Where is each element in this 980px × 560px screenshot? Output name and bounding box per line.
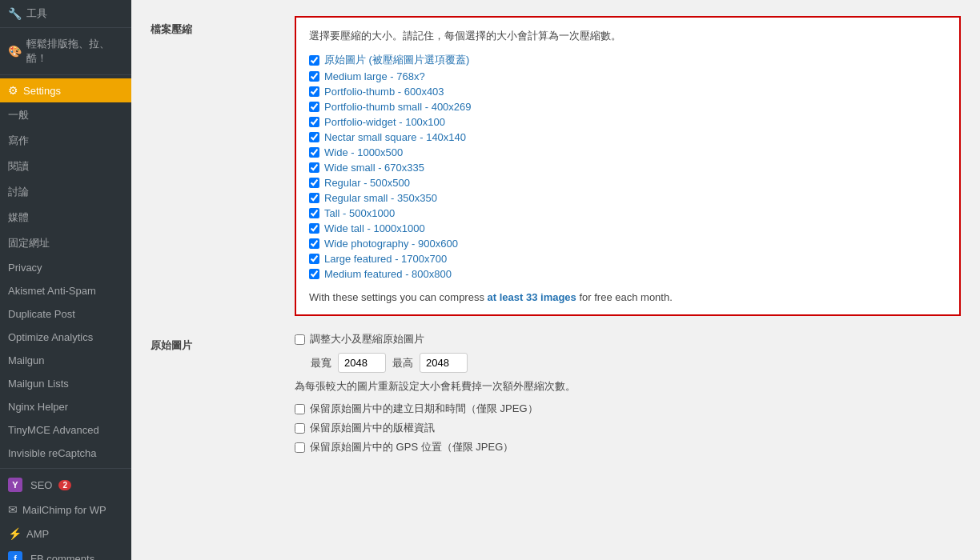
seo-badge: 2 (58, 480, 71, 490)
sidebar-item-recaptcha[interactable]: Invisible reCaptcha (0, 442, 131, 465)
checkbox-wide-photography-link[interactable]: Wide photography - 900x600 (324, 238, 458, 250)
compression-intro: 選擇要壓縮的大小。請記住，每個選擇的大小會計算為一次壓縮數。 (309, 29, 946, 43)
checkbox-portfolio-thumb-small: Portfolio-thumb small - 400x269 (309, 99, 946, 114)
nginx-helper-label: Nginx Helper (8, 401, 68, 413)
dimension-row: 最寬 最高 (295, 353, 961, 373)
sidebar-divider-bottom (0, 468, 131, 469)
checkbox-regular-small-link[interactable]: Regular small - 350x350 (324, 192, 437, 204)
sidebar-item-general[interactable]: 一般 (0, 102, 131, 128)
file-compression-label: 檔案壓縮 (151, 16, 295, 332)
checkbox-regular-link[interactable]: Regular - 500x500 (324, 177, 410, 189)
original-image-row: 原始圖片 調整大小及壓縮原始圖片 最寬 最高 (151, 332, 961, 474)
seo-label: SEO (30, 479, 52, 491)
sidebar-item-optimize-analytics[interactable]: Optimize Analytics (0, 326, 131, 349)
sidebar-item-seo[interactable]: Y SEO 2 (0, 472, 131, 498)
sidebar-item-permalink[interactable]: 固定網址 (0, 230, 131, 256)
sidebar-item-duplicate-post[interactable]: Duplicate Post (0, 302, 131, 326)
sidebar-tools-label: 工具 (26, 6, 47, 21)
option3-label: 保留原始圖片中的 GPS 位置（僅限 JPEG） (310, 440, 513, 454)
sidebar-item-privacy[interactable]: Privacy (0, 256, 131, 279)
checkbox-portfolio-thumb-input[interactable] (309, 86, 319, 97)
checkbox-nectar-small-square-link[interactable]: Nectar small square - 140x140 (324, 131, 466, 143)
sidebar-item-amp[interactable]: ⚡ AMP (0, 522, 131, 546)
option2-checkbox[interactable] (295, 423, 305, 434)
mailchimp-icon: ✉ (8, 503, 18, 516)
checkbox-portfolio-thumb: Portfolio-thumb - 600x403 (309, 84, 946, 99)
checkbox-portfolio-widget-link[interactable]: Portfolio-widget - 100x100 (324, 116, 445, 128)
checkbox-medium-featured-input[interactable] (309, 269, 319, 279)
checkbox-wide-link[interactable]: Wide - 1000x500 (324, 146, 403, 158)
settings-table: 檔案壓縮 選擇要壓縮的大小。請記住，每個選擇的大小會計算為一次壓縮數。 原始圖片… (151, 16, 961, 474)
original-image-label: 原始圖片 (151, 332, 295, 474)
checkbox-medium-large-link[interactable]: Medium large - 768x? (324, 70, 425, 82)
sidebar-item-nginx-helper[interactable]: Nginx Helper (0, 395, 131, 418)
sidebar-item-discussion[interactable]: 討論 (0, 179, 131, 205)
checkbox-portfolio-thumb-small-input[interactable] (309, 102, 319, 112)
sidebar-divider-top (0, 74, 131, 75)
checkbox-medium-featured-link[interactable]: Medium featured - 800x800 (324, 268, 452, 280)
checkbox-original-link[interactable]: 原始圖片 (被壓縮圖片選項覆蓋) (324, 53, 469, 67)
checkbox-regular-input[interactable] (309, 178, 319, 188)
sidebar-item-mailgun-lists[interactable]: Mailgun Lists (0, 372, 131, 395)
checkbox-wide-small-input[interactable] (309, 162, 319, 173)
writing-label: 寫作 (8, 134, 29, 148)
footer-highlight: at least 33 images (488, 291, 576, 303)
sidebar-item-tinymce[interactable]: TinyMCE Advanced (0, 418, 131, 442)
max-height-input[interactable] (420, 353, 468, 373)
checkbox-nectar-small-square: Nectar small square - 140x140 (309, 130, 946, 145)
footer-text-pre: With these settings you can compress (309, 291, 488, 303)
checkbox-regular-small: Regular small - 350x350 (309, 190, 946, 206)
sidebar-top-tools[interactable]: 🔧 工具 (0, 0, 131, 28)
sidebar-item-akismet[interactable]: Akismet Anti-Spam (0, 279, 131, 302)
resize-label: 調整大小及壓縮原始圖片 (310, 332, 424, 346)
checkbox-original-input[interactable] (309, 55, 319, 66)
checkbox-wide-small-link[interactable]: Wide small - 670x335 (324, 162, 424, 174)
discussion-label: 討論 (8, 185, 29, 199)
checkbox-wide-tall-link[interactable]: Wide tall - 1000x1000 (324, 222, 425, 234)
option1-checkbox[interactable] (295, 404, 305, 414)
settings-icon: ⚙ (8, 84, 18, 97)
checkbox-wide: Wide - 1000x500 (309, 145, 946, 160)
sidebar-item-drag[interactable]: 🎨 輕鬆排版拖、拉、酷！ (0, 31, 131, 71)
checkbox-wide-tall-input[interactable] (309, 223, 319, 234)
sidebar-item-media[interactable]: 媒體 (0, 205, 131, 230)
section-label-original: 原始圖片 (151, 339, 192, 351)
option3-checkbox[interactable] (295, 442, 305, 453)
resize-checkbox-input[interactable] (295, 334, 305, 345)
amp-label: AMP (26, 528, 49, 540)
checkbox-nectar-small-square-input[interactable] (309, 132, 319, 142)
checkbox-tall-input[interactable] (309, 208, 319, 218)
recaptcha-label: Invisible reCaptcha (8, 447, 97, 459)
permalink-label: 固定網址 (8, 236, 50, 250)
checkbox-portfolio-thumb-small-link[interactable]: Portfolio-thumb small - 400x269 (324, 101, 472, 113)
checkbox-regular-small-input[interactable] (309, 193, 319, 203)
sidebar-item-settings[interactable]: ⚙ Settings (0, 78, 131, 102)
compression-footer: With these settings you can compress at … (309, 291, 946, 303)
amp-icon: ⚡ (8, 527, 22, 540)
checkbox-portfolio-widget-input[interactable] (309, 117, 319, 127)
checkbox-medium-large-input[interactable] (309, 71, 319, 82)
general-label: 一般 (8, 108, 29, 122)
max-width-label: 最寬 (311, 356, 331, 370)
sidebar-item-mailgun[interactable]: Mailgun (0, 349, 131, 372)
checkbox-tall-link[interactable]: Tall - 500x1000 (324, 207, 395, 219)
checkbox-wide-input[interactable] (309, 147, 319, 158)
checkbox-large-featured-input[interactable] (309, 254, 319, 264)
checkbox-wide-photography-input[interactable] (309, 238, 319, 249)
max-width-input[interactable] (338, 353, 386, 373)
resize-checkbox-row: 調整大小及壓縮原始圖片 (295, 332, 961, 346)
drag-icon: 🎨 (8, 45, 22, 58)
checkbox-large-featured-link[interactable]: Large featured - 1700x700 (324, 253, 447, 265)
compression-box: 選擇要壓縮的大小。請記住，每個選擇的大小會計算為一次壓縮數。 原始圖片 (被壓縮… (295, 16, 961, 316)
section-label-compression: 檔案壓縮 (151, 23, 192, 35)
sidebar-item-writing[interactable]: 寫作 (0, 128, 131, 154)
akismet-label: Akismet Anti-Spam (8, 285, 96, 297)
mailgun-label: Mailgun (8, 354, 45, 366)
sidebar-item-mailchimp[interactable]: ✉ MailChimp for WP (0, 498, 131, 522)
checkbox-wide-tall: Wide tall - 1000x1000 (309, 221, 946, 236)
checkbox-regular: Regular - 500x500 (309, 175, 946, 190)
sidebar-item-reading[interactable]: 閱讀 (0, 154, 131, 179)
main-content: 檔案壓縮 選擇要壓縮的大小。請記住，每個選擇的大小會計算為一次壓縮數。 原始圖片… (131, 0, 980, 560)
checkbox-portfolio-thumb-link[interactable]: Portfolio-thumb - 600x403 (324, 86, 444, 98)
sidebar-item-fb-comments[interactable]: f FB comments (0, 546, 131, 560)
